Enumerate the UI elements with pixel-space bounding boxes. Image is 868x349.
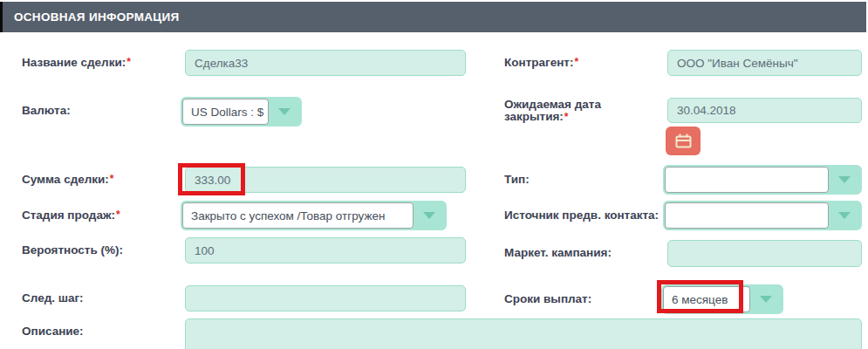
currency-label: Валюта:	[22, 104, 71, 117]
deal-name-input[interactable]: Сделка33	[185, 50, 466, 76]
required-asterisk: *	[116, 209, 120, 221]
highlight-box-payment-terms	[657, 280, 743, 313]
type-label-text: Тип:	[504, 173, 530, 186]
deal-name-label: Название сделки:*	[22, 56, 131, 69]
sales-stage-label: Стадия продаж:*	[22, 209, 120, 222]
panel-header: ОСНОВНАЯ ИНФОРМАЦИЯ	[3, 2, 866, 32]
type-select[interactable]	[663, 165, 862, 195]
deal-name-value: Сделка33	[195, 57, 248, 70]
campaign-input[interactable]	[667, 240, 862, 267]
sales-stage-select-value: Закрыто с успехом /Товар отгружен	[182, 202, 413, 229]
sales-stage-select[interactable]: Закрыто с успехом /Товар отгружен	[181, 201, 447, 230]
payment-terms-label: Сроки выплат:	[504, 292, 591, 305]
triangle-down-icon	[423, 212, 435, 219]
required-asterisk: *	[564, 111, 569, 123]
type-label: Тип:	[504, 173, 530, 186]
type-select-arrow-button[interactable]	[829, 167, 860, 193]
panel-title: ОСНОВНАЯ ИНФОРМАЦИЯ	[14, 10, 179, 24]
close-date-label-text: Ожидаемая дата закрытия:	[504, 98, 601, 123]
probability-input[interactable]: 100	[185, 237, 466, 263]
lead-source-label: Источник предв. контакта:	[504, 209, 659, 222]
currency-select[interactable]: US Dollars : $	[181, 97, 302, 127]
triangle-down-icon	[838, 212, 851, 219]
amount-label: Сумма сделки:*	[22, 173, 114, 186]
probability-label-text: Вероятность (%):	[22, 243, 123, 257]
required-asterisk: *	[110, 173, 114, 185]
counterparty-value: ООО "Иван Семёныч"	[677, 57, 798, 70]
required-asterisk: *	[126, 56, 131, 68]
counterparty-label-text: Контрагент:	[504, 56, 573, 69]
sales-stage-value: Закрыто с успехом /Товар отгружен	[191, 209, 385, 222]
description-label: Описание:	[22, 325, 84, 338]
next-step-input[interactable]	[185, 285, 466, 311]
triangle-down-icon	[760, 296, 772, 303]
payment-terms-select-arrow-button[interactable]	[750, 286, 782, 312]
calendar-icon	[675, 133, 692, 148]
next-step-label-text: След. шаг:	[22, 291, 84, 305]
lead-source-select[interactable]	[663, 201, 862, 230]
currency-select-arrow-button[interactable]	[269, 99, 300, 125]
calendar-button[interactable]	[666, 127, 701, 155]
required-asterisk: *	[574, 56, 578, 68]
type-select-value	[665, 167, 829, 193]
description-label-text: Описание:	[22, 325, 84, 338]
counterparty-label: Контрагент:*	[504, 56, 578, 69]
triangle-down-icon	[278, 108, 290, 115]
currency-label-text: Валюта:	[22, 104, 71, 117]
counterparty-input[interactable]: ООО "Иван Семёныч"	[667, 50, 862, 76]
currency-value: US Dollars : $	[191, 106, 263, 119]
payment-terms-label-text: Сроки выплат:	[504, 292, 591, 305]
next-step-label: След. шаг:	[22, 291, 84, 305]
close-date-input[interactable]: 30.04.2018	[667, 98, 862, 123]
close-date-label: Ожидаемая дата закрытия:*	[504, 99, 637, 123]
lead-source-label-text: Источник предв. контакта:	[504, 209, 659, 222]
deal-name-label-text: Название сделки:	[22, 56, 126, 69]
campaign-label-text: Маркет. кампания:	[504, 246, 612, 259]
currency-select-value: US Dollars : $	[182, 99, 269, 125]
close-date-value: 30.04.2018	[677, 104, 736, 117]
probability-value: 100	[195, 244, 215, 257]
highlight-box-amount	[178, 163, 245, 195]
amount-label-text: Сумма сделки:	[22, 173, 109, 186]
triangle-down-icon	[838, 176, 851, 183]
sales-stage-label-text: Стадия продаж:	[22, 209, 115, 222]
lead-source-select-value	[665, 202, 829, 229]
campaign-label: Маркет. кампания:	[504, 246, 612, 259]
sales-stage-select-arrow-button[interactable]	[413, 202, 445, 229]
description-textarea[interactable]	[185, 318, 862, 349]
deal-edit-form: ОСНОВНАЯ ИНФОРМАЦИЯ Название сделки:* Сд…	[0, 0, 868, 349]
lead-source-select-arrow-button[interactable]	[829, 202, 860, 229]
probability-label: Вероятность (%):	[22, 243, 123, 257]
